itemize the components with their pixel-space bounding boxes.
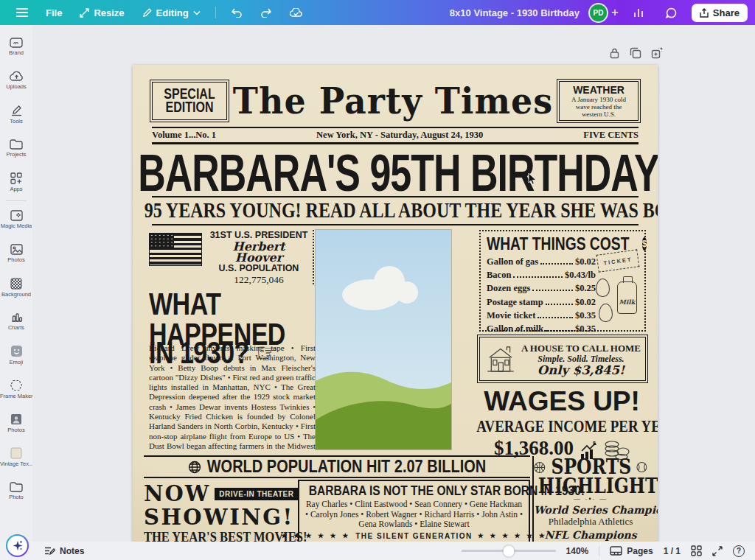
special-edition-box[interactable]: SPECIAL EDITION <box>152 82 227 120</box>
star-row-left: ★ ★ ★ ★ ★ ★ <box>281 532 350 539</box>
notes-label: Notes <box>60 546 84 556</box>
photo-placeholder[interactable] <box>316 230 451 449</box>
file-menu-button[interactable]: File <box>38 3 69 23</box>
headline[interactable]: BARBARA'S 95TH BIRTHDAY <box>133 143 658 195</box>
redo-icon <box>260 8 272 18</box>
editing-mode-dropdown[interactable]: Editing <box>135 3 208 23</box>
resize-label: Resize <box>94 7 124 18</box>
what-things-cost-box[interactable]: WHAT THINGS COST $ Gallon of gas$0.02 Ba… <box>479 230 646 332</box>
house-illustration <box>484 341 517 377</box>
zoom-slider-handle[interactable] <box>503 545 514 556</box>
now-showing-block[interactable]: NOW DRIVE-IN THEATER SHOWING! THE YEAR'S… <box>144 481 296 542</box>
resize-button[interactable]: Resize <box>72 3 131 23</box>
assistant-button[interactable] <box>6 534 29 557</box>
svg-text:$: $ <box>593 441 596 447</box>
sidebar-item-vintage-textures[interactable]: Vintage Tex... <box>0 440 32 474</box>
population-value: 122,775,046 <box>208 274 310 285</box>
fullscreen-button[interactable] <box>712 546 723 556</box>
rule-under-subhead <box>152 224 639 225</box>
sports-highlights-block[interactable]: SPORTS HIGHLIGHTS — ·•· — World Series C… <box>532 456 647 542</box>
add-page-icon[interactable] <box>651 47 663 59</box>
document-title[interactable]: 8x10 Vintage - 1930 Birthday <box>450 7 580 18</box>
design-page[interactable]: SPECIAL EDITION The Party Times WEATHER … <box>133 65 658 542</box>
zoom-level[interactable]: 140% <box>566 546 589 556</box>
world-series-champion: Philadelphia Athletics <box>534 516 647 528</box>
silent-generation-banner: ★ ★ ★ ★ ★ ★ THE SILENT GENERATION ★ ★ ★ … <box>305 532 523 540</box>
sidebar-item-uploads[interactable]: Uploads <box>0 63 32 97</box>
help-icon: ? <box>737 547 741 555</box>
sidebar-item-photos[interactable]: Photos <box>0 237 32 270</box>
weather-box[interactable]: WEATHER A January 1930 cold wave reached… <box>559 81 639 121</box>
sidebar-item-projects[interactable]: Projects <box>0 131 32 165</box>
volume-number: Volume 1...No. 1 <box>152 130 216 141</box>
help-button[interactable]: ? <box>733 545 745 557</box>
cost-row: Postage stamp$0.02 <box>487 295 596 309</box>
president-name: Herbert Hoover <box>208 241 310 263</box>
masthead: SPECIAL EDITION The Party Times WEATHER … <box>152 80 639 122</box>
photo-folder-icon <box>10 481 23 492</box>
undo-button[interactable] <box>223 4 250 22</box>
sidebar-item-photo-folder[interactable]: Photo <box>0 474 32 508</box>
population-banner[interactable]: WORLD POPULATION HIT 2.07 BILLION <box>144 455 530 478</box>
stars-born-box[interactable]: BARBARA IS NOT THE ONLY STAR BORN IN 193… <box>298 480 530 542</box>
comment-bubble-icon <box>666 7 677 18</box>
sidebar-item-emoji[interactable]: Emoji <box>0 338 32 372</box>
population-label: U.S. POPULATION <box>208 263 310 274</box>
page-count: 1 / 1 <box>664 546 681 556</box>
share-button[interactable]: Share <box>692 4 748 22</box>
grid-view-button[interactable] <box>691 545 702 556</box>
main-menu-button[interactable] <box>9 4 35 21</box>
emoji-icon <box>10 345 23 357</box>
wages-subtitle: AVERAGE INCOME PER YEAR <box>476 417 658 436</box>
hamburger-icon <box>16 8 28 17</box>
status-bar: Notes 140% Pages 1 / 1 ? <box>0 542 755 560</box>
pages-icon <box>610 546 622 556</box>
invite-member-button[interactable]: + <box>611 5 619 20</box>
sidebar-item-background[interactable]: Background <box>0 270 32 304</box>
rule-top <box>152 127 639 128</box>
resize-icon <box>80 8 89 18</box>
cost-row: Gallon of milk$0.35 <box>487 322 596 335</box>
house-ad-box[interactable]: A HOUSE TO CALL HOME Simple. Solid. Time… <box>479 337 646 381</box>
zoom-slider[interactable] <box>462 550 556 552</box>
milk-bottle-illustration: Milk <box>617 281 637 314</box>
duplicate-page-icon[interactable] <box>630 47 641 59</box>
notes-button[interactable]: Notes <box>44 546 84 556</box>
sidebar-item-apps[interactable]: Apps <box>0 165 32 199</box>
sidebar-item-frame-maker[interactable]: Frame Maker <box>0 372 32 406</box>
sidebar-item-tools[interactable]: Tools <box>0 97 32 131</box>
us-flag-image <box>149 233 202 266</box>
projects-icon <box>10 139 23 150</box>
background-icon <box>10 278 22 290</box>
wages-block[interactable]: WAGES UP! AVERAGE INCOME PER YEAR $1,368… <box>473 386 650 460</box>
sidebar-item-brand[interactable]: Brand <box>0 29 32 63</box>
insights-button[interactable] <box>626 3 651 22</box>
expand-icon <box>712 546 723 556</box>
president-block[interactable]: 31ST U.S. PRESIDENT Herbert Hoover U.S. … <box>149 230 314 284</box>
photos-thumb-icon <box>10 413 22 425</box>
avatar[interactable]: PD <box>590 4 607 21</box>
what-happened-body[interactable]: Richard Drew invents masking tape • Firs… <box>149 343 316 461</box>
photos-icon <box>10 244 23 255</box>
baseball-icon <box>636 461 647 473</box>
chevron-down-icon <box>193 10 201 15</box>
sidebar-item-photos-2[interactable]: Photos <box>0 406 32 440</box>
dateline[interactable]: Volume 1...No. 1 New York, NY - Saturday… <box>152 130 639 141</box>
comments-button[interactable] <box>658 3 684 23</box>
top-toolbar: File Resize Editing 8x10 Vintage - 1930 … <box>0 0 755 25</box>
highlights-word: HIGHLIGHTS <box>538 475 658 497</box>
sidebar-item-charts[interactable]: Charts <box>0 304 32 338</box>
cost-list: Gallon of gas$0.02 Bacon$0.43/lb Dozen e… <box>487 255 596 335</box>
cost-row: Bacon$0.43/lb <box>487 268 596 281</box>
sidebar-item-magic-media[interactable]: Magic Media <box>0 203 32 237</box>
cloud-save-status[interactable] <box>282 4 310 22</box>
pages-button[interactable]: Pages <box>610 546 653 556</box>
newspaper-title[interactable]: The Party Times <box>224 80 563 122</box>
brand-icon <box>10 38 23 48</box>
redo-button[interactable] <box>253 4 279 22</box>
basketball-icon <box>534 461 546 474</box>
pencil-icon <box>142 8 152 18</box>
subheadline[interactable]: 95 YEARS YOUNG! READ ALL ABOUT THE YEAR … <box>133 200 658 220</box>
lock-icon[interactable] <box>609 47 620 59</box>
charts-icon <box>10 312 23 323</box>
